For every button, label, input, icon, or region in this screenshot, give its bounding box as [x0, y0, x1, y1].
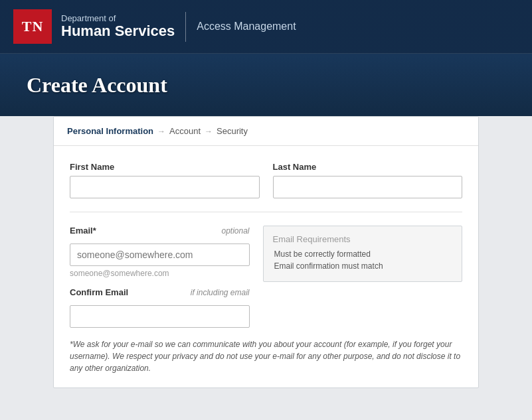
page-header: TN Department of Human Services Access M…	[0, 0, 532, 116]
system-name: Access Management	[197, 21, 296, 33]
name-row: First Name Last Name	[70, 162, 462, 198]
header-divider	[185, 12, 186, 42]
form-area: First Name Last Name Email* optional	[54, 146, 478, 387]
last-name-input[interactable]	[273, 176, 463, 198]
title-area: Create Account	[0, 54, 532, 116]
email-section: Email* optional someone@somewhere.com Co…	[70, 226, 462, 328]
email-optional: optional	[221, 226, 249, 236]
dept-label: Department of	[61, 13, 175, 23]
agency-bar: TN Department of Human Services Access M…	[0, 0, 532, 54]
last-name-group: Last Name	[273, 162, 463, 198]
form-divider	[70, 212, 462, 212]
privacy-notice: *We ask for your e-mail so we can commun…	[70, 338, 462, 374]
breadcrumb-arrow-1: →	[157, 127, 165, 136]
email-label: Email*	[70, 226, 96, 236]
req-item-1: Must be correctly formatted	[273, 249, 453, 259]
breadcrumb-arrow-2: →	[205, 127, 213, 136]
last-name-label: Last Name	[273, 162, 463, 172]
confirm-email-input[interactable]	[70, 305, 250, 328]
first-name-input[interactable]	[70, 176, 260, 198]
email-input[interactable]	[70, 244, 250, 266]
agency-name-block: Department of Human Services	[61, 13, 175, 39]
agency-name: Human Services	[61, 23, 175, 39]
breadcrumb: Personal Information → Account → Securit…	[54, 117, 478, 146]
breadcrumb-step-3: Security	[217, 126, 248, 136]
first-name-label: First Name	[70, 162, 260, 172]
page-title: Create Account	[27, 73, 167, 98]
form-card: Personal Information → Account → Securit…	[53, 116, 479, 388]
breadcrumb-step-1: Personal Information	[67, 126, 153, 136]
email-label-row: Email* optional	[70, 226, 250, 240]
first-name-group: First Name	[70, 162, 260, 198]
breadcrumb-step-2: Account	[169, 126, 201, 136]
req-item-2: Email confirmation must match	[273, 261, 453, 271]
req-title: Email Requirements	[273, 234, 453, 244]
tn-logo: TN	[13, 9, 52, 44]
confirm-email-label-row: Confirm Email if including email	[70, 287, 250, 301]
main-content: Personal Information → Account → Securit…	[0, 116, 532, 420]
email-requirements-box: Email Requirements Must be correctly for…	[263, 226, 463, 282]
confirm-email-label: Confirm Email	[70, 287, 128, 297]
email-left: Email* optional someone@somewhere.com Co…	[70, 226, 250, 328]
confirm-email-note: if including email	[191, 288, 250, 297]
email-hint: someone@somewhere.com	[70, 269, 250, 278]
